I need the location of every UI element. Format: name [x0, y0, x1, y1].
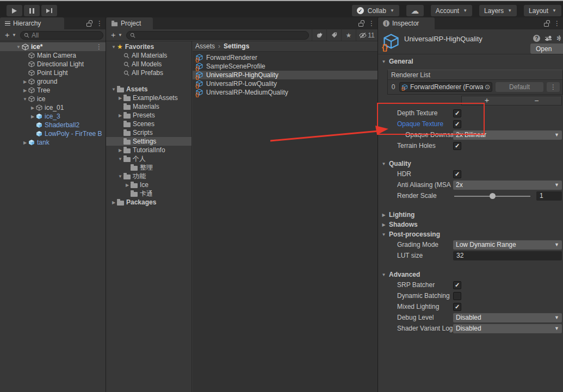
tree-item-folder[interactable]: Scripts	[106, 128, 191, 137]
gear-icon[interactable]: ✻	[556, 34, 561, 42]
renderer-options-button[interactable]: ⋮	[547, 82, 560, 92]
tree-item-favorites[interactable]: ▼ ★ Favorites	[106, 42, 191, 51]
foldout-collapsed-icon[interactable]: ▶	[29, 105, 36, 110]
section-quality[interactable]: ▼ Quality	[378, 159, 563, 169]
foldout-collapsed-icon[interactable]: ▶	[110, 200, 117, 205]
render-scale-value-field[interactable]: 1	[536, 191, 562, 201]
section-lighting[interactable]: ▶ Lighting	[378, 210, 563, 220]
lock-icon[interactable]	[358, 23, 363, 27]
layout-dropdown[interactable]: Layout ▼	[524, 5, 561, 16]
tab-project[interactable]: Project	[106, 17, 153, 29]
hierarchy-item[interactable]: Main Camera	[0, 51, 106, 60]
tree-item-folder[interactable]: Materials	[106, 102, 191, 111]
layers-dropdown[interactable]: Layers ▼	[479, 5, 517, 16]
remove-renderer-button[interactable]: −	[512, 96, 562, 105]
play-button[interactable]	[7, 5, 22, 16]
foldout-collapsed-icon[interactable]: ▶	[29, 114, 36, 119]
tree-item-folder-selected[interactable]: Settings	[106, 137, 191, 146]
hierarchy-item[interactable]: ▶ ice_01	[0, 103, 106, 112]
tree-item-folder[interactable]: ▶ ExampleAssets	[106, 94, 191, 102]
foldout-expanded-icon[interactable]: ▼	[15, 45, 22, 49]
foldout-collapsed-icon[interactable]: ▶	[22, 140, 28, 145]
grading-mode-dropdown[interactable]: Low Dynamic Range ▼	[453, 240, 562, 250]
scene-row[interactable]: ▼ ice* ⋮	[0, 42, 106, 51]
hdr-checkbox[interactable]	[453, 170, 461, 178]
asset-file[interactable]: {} UniversalRP-LowQuality	[193, 79, 378, 88]
dynamic-batching-checkbox[interactable]	[453, 292, 461, 300]
foldout-expanded-icon[interactable]: ▼	[110, 45, 117, 49]
terrain-holes-checkbox[interactable]	[453, 142, 461, 150]
foldout-collapsed-icon[interactable]: ▶	[117, 148, 123, 153]
tree-item-folder[interactable]: ▶ Ice	[106, 181, 191, 189]
msaa-dropdown[interactable]: 2x ▼	[453, 181, 562, 190]
asset-file-selected[interactable]: {} UniversalRP-HighQuality	[193, 71, 378, 79]
srp-batcher-checkbox[interactable]	[453, 281, 461, 289]
step-button[interactable]	[41, 5, 57, 16]
kebab-menu-icon[interactable]: ⋮	[96, 43, 102, 50]
hierarchy-item[interactable]: ▶ tank	[0, 138, 106, 147]
hierarchy-item[interactable]: Shaderball2	[0, 121, 106, 129]
foldout-collapsed-icon[interactable]: ▶	[117, 113, 123, 118]
render-scale-slider[interactable]	[453, 191, 533, 201]
section-shadows[interactable]: ▶ Shadows	[378, 220, 563, 229]
tree-item-folder[interactable]: 卡通	[106, 189, 191, 198]
favorites-filter-button[interactable]: ★	[341, 29, 356, 41]
add-object-button[interactable]: ＋▼	[2, 30, 17, 40]
lut-size-input[interactable]: 32	[453, 251, 562, 260]
depth-texture-checkbox[interactable]	[453, 109, 461, 117]
default-button[interactable]: Default	[496, 82, 543, 92]
tree-item-packages[interactable]: ▶ Packages	[106, 198, 191, 207]
hierarchy-item[interactable]: Directional Light	[0, 60, 106, 69]
hierarchy-item[interactable]: ▼ ice	[0, 95, 106, 103]
foldout-collapsed-icon[interactable]: ▶	[22, 79, 28, 84]
foldout-collapsed-icon[interactable]: ▶	[117, 96, 123, 101]
section-post-processing[interactable]: ▼ Post-processing	[378, 229, 563, 239]
foldout-collapsed-icon[interactable]: ▶	[124, 183, 131, 188]
shader-variant-log-dropdown[interactable]: Disabled ▼	[453, 324, 562, 333]
add-renderer-button[interactable]: ＋	[462, 96, 512, 105]
hierarchy-item[interactable]: LowPoly - FirTree B	[0, 129, 106, 138]
search-by-label-button[interactable]	[326, 29, 341, 41]
asset-file[interactable]: {} SampleSceneProfile	[193, 62, 378, 71]
opaque-downsample-dropdown[interactable]: 2x Bilinear ▼	[453, 130, 562, 140]
create-asset-button[interactable]: ＋▼	[108, 30, 123, 40]
pause-button[interactable]	[24, 5, 40, 16]
presets-icon[interactable]	[545, 37, 552, 40]
kebab-menu-icon[interactable]: ⋮	[554, 20, 560, 27]
tree-item-folder[interactable]: 整理	[106, 163, 191, 172]
opaque-texture-checkbox[interactable]	[453, 120, 461, 128]
hierarchy-item[interactable]: Point Light	[0, 69, 106, 77]
mixed-lighting-checkbox[interactable]	[453, 303, 461, 311]
kebab-menu-icon[interactable]: ⋮	[96, 20, 103, 27]
kebab-menu-icon[interactable]: ⋮	[368, 20, 375, 27]
cloud-services-button[interactable]: ☁	[406, 5, 424, 16]
hidden-packages-button[interactable]: 11	[356, 29, 378, 41]
foldout-collapsed-icon[interactable]: ▶	[22, 88, 28, 93]
section-general[interactable]: ▼ General	[378, 57, 563, 66]
tab-hierarchy[interactable]: Hierarchy	[0, 17, 64, 29]
tree-item-search[interactable]: All Prefabs	[106, 69, 191, 77]
project-search-input[interactable]	[126, 31, 309, 40]
tree-item-assets[interactable]: ▼ Assets	[106, 85, 191, 94]
slider-thumb[interactable]	[490, 193, 496, 199]
foldout-expanded-icon[interactable]: ▼	[117, 157, 123, 161]
foldout-expanded-icon[interactable]: ▼	[110, 87, 117, 92]
account-dropdown[interactable]: Account ▼	[431, 5, 472, 16]
asset-file[interactable]: {} UniversalRP-MediumQuality	[193, 88, 378, 97]
breadcrumb-current[interactable]: Settings	[224, 42, 249, 50]
lock-icon[interactable]	[544, 23, 549, 27]
open-button[interactable]: Open	[530, 43, 563, 54]
renderer-object-field[interactable]: {} ForwardRenderer (Forwar ⊙	[399, 82, 492, 92]
lock-icon[interactable]	[86, 23, 91, 27]
hierarchy-item[interactable]: ▶ Tree	[0, 86, 106, 95]
debug-level-dropdown[interactable]: Disabled ▼	[453, 313, 562, 322]
hierarchy-item[interactable]: ▶ ground	[0, 77, 106, 86]
foldout-expanded-icon[interactable]: ▼	[22, 97, 28, 102]
section-advanced[interactable]: ▼ Advanced	[378, 270, 563, 279]
tree-item-folder[interactable]: Scenes	[106, 120, 191, 128]
hierarchy-search-input[interactable]: All	[20, 31, 103, 40]
hierarchy-item[interactable]: ▶ ice_3	[0, 112, 106, 121]
tree-item-folder[interactable]: ▼ 个人	[106, 154, 191, 163]
search-by-type-button[interactable]	[312, 29, 326, 41]
tree-item-folder[interactable]: ▶ TutorialInfo	[106, 146, 191, 154]
